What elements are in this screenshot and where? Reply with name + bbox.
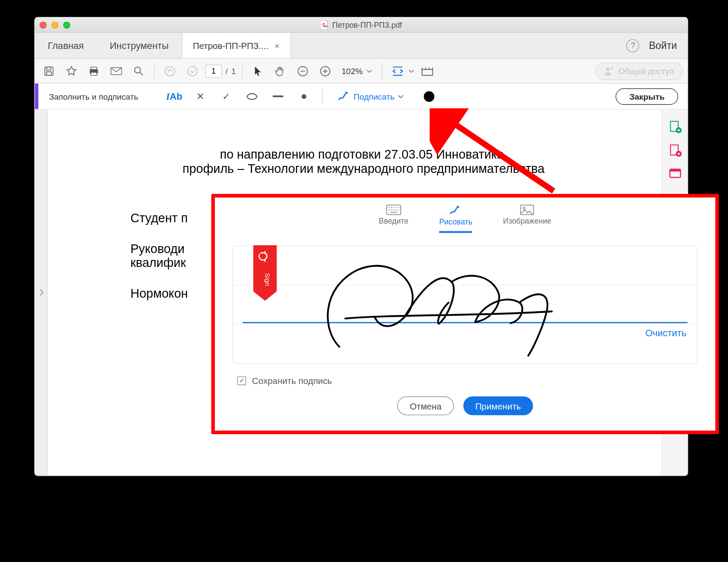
svg-rect-15 <box>273 95 283 97</box>
svg-point-16 <box>302 94 306 99</box>
tab-bar: Главная Инструменты Петров-ПП-РПЗ.... × … <box>35 33 687 59</box>
cancel-button[interactable]: Отмена <box>397 396 454 416</box>
draw-pen-icon <box>448 205 463 216</box>
tab-draw-label: Рисовать <box>439 218 472 226</box>
svg-point-7 <box>135 67 141 73</box>
text-tool[interactable]: IAb <box>164 86 184 106</box>
tab-home[interactable]: Главная <box>35 33 97 58</box>
svg-point-8 <box>165 66 175 76</box>
svg-rect-1 <box>47 67 51 70</box>
sign-button[interactable]: Подписать <box>331 91 410 102</box>
mail-icon[interactable] <box>107 62 126 81</box>
svg-point-13 <box>606 67 610 71</box>
fill-sign-title: Заполнить и подписать <box>49 91 138 101</box>
zoom-value: 102% <box>341 66 363 76</box>
sign-ribbon: Sign <box>253 245 276 302</box>
left-rail[interactable] <box>35 110 48 475</box>
create-pdf-icon[interactable] <box>668 144 681 157</box>
tab-tools[interactable]: Инструменты <box>97 33 182 58</box>
svg-rect-5 <box>91 72 97 75</box>
save-signature-row: ✓ Сохранить подпись <box>225 371 688 396</box>
page-indicator: / 1 <box>205 65 236 78</box>
page-current-input[interactable] <box>205 65 222 78</box>
signature-dialog: Введите Рисовать Изображение Sign Очисти… <box>211 194 688 434</box>
tab-document-label: Петров-ПП-РПЗ.... <box>193 40 269 50</box>
zoom-select[interactable]: 102% <box>338 66 376 76</box>
svg-rect-2 <box>47 71 52 75</box>
keyboard-icon <box>386 205 401 215</box>
chevron-down-icon <box>366 69 372 73</box>
svg-point-9 <box>188 66 197 76</box>
page-up-icon[interactable] <box>160 62 179 81</box>
pdf-file-icon <box>320 20 328 29</box>
svg-rect-12 <box>422 69 432 75</box>
titlebar: Петров-ПП-РПЗ.pdf <box>35 17 687 32</box>
close-window-icon[interactable] <box>39 21 46 28</box>
signature-pen-icon <box>337 91 350 102</box>
dialog-tabs: Введите Рисовать Изображение <box>225 202 688 233</box>
chevron-right-icon <box>39 289 43 296</box>
window-controls <box>39 21 70 28</box>
tab-image-label: Изображение <box>503 216 552 225</box>
apply-button[interactable]: Применить <box>463 396 533 416</box>
share-person-icon <box>604 66 614 76</box>
x-mark-tool[interactable]: ✕ <box>190 86 210 106</box>
oval-tool[interactable] <box>242 86 262 106</box>
export-pdf-icon[interactable] <box>668 120 681 133</box>
svg-rect-22 <box>670 169 680 171</box>
select-tool-icon[interactable] <box>248 62 267 81</box>
minimize-window-icon[interactable] <box>51 21 58 28</box>
window-title-text: Петров-ПП-РПЗ.pdf <box>332 20 402 29</box>
print-icon[interactable] <box>84 62 104 81</box>
line-tool[interactable] <box>268 86 288 106</box>
check-mark-tool[interactable]: ✓ <box>216 86 236 106</box>
zoom-out-icon[interactable] <box>293 62 312 81</box>
signature-canvas[interactable]: Sign Очистить <box>233 246 688 364</box>
window-title: Петров-ПП-РПЗ.pdf <box>320 20 402 29</box>
svg-point-14 <box>247 93 257 99</box>
svg-text:Sign: Sign <box>264 273 271 286</box>
zoom-in-icon[interactable] <box>315 62 335 81</box>
read-mode-icon[interactable] <box>418 62 437 81</box>
hand-tool-icon[interactable] <box>271 62 290 81</box>
chevron-down-icon <box>398 94 404 98</box>
star-icon[interactable] <box>62 62 81 81</box>
close-fillsign-button[interactable]: Закрыть <box>616 88 678 104</box>
sign-label: Подписать <box>354 91 394 101</box>
color-picker[interactable] <box>424 91 435 102</box>
save-icon[interactable] <box>39 62 58 81</box>
dialog-buttons: Отмена Применить <box>225 396 688 416</box>
clear-signature-button[interactable]: Очистить <box>645 328 686 339</box>
save-signature-label: Сохранить подпись <box>252 376 332 386</box>
page-total: 1 <box>231 66 236 76</box>
signature-drawing <box>304 252 611 358</box>
save-signature-checkbox[interactable]: ✓ <box>237 376 246 385</box>
tab-type-label: Введите <box>379 216 408 225</box>
svg-rect-4 <box>91 67 97 69</box>
fit-width-icon[interactable] <box>388 62 407 81</box>
tab-draw-signature[interactable]: Рисовать <box>439 205 472 233</box>
share-label: Общий доступ <box>618 66 674 76</box>
share-button[interactable]: Общий доступ <box>595 62 683 80</box>
fill-sign-toolbar: Заполнить и подписать IAb ✕ ✓ Подписать … <box>35 84 687 110</box>
dot-tool[interactable] <box>294 86 314 106</box>
tab-type-signature[interactable]: Введите <box>379 205 408 233</box>
app-window: Петров-ПП-РПЗ.pdf Главная Инструменты Пе… <box>34 17 688 476</box>
svg-point-25 <box>523 207 525 209</box>
svg-rect-0 <box>45 67 53 75</box>
maximize-window-icon[interactable] <box>63 21 70 28</box>
tab-image-signature[interactable]: Изображение <box>503 205 552 233</box>
page-down-icon[interactable] <box>183 62 202 81</box>
tab-document[interactable]: Петров-ПП-РПЗ.... × <box>182 33 291 58</box>
annotation-arrow <box>430 108 572 197</box>
edit-pdf-icon[interactable] <box>668 167 681 180</box>
chevron-down-icon <box>408 69 414 73</box>
login-button[interactable]: Войти <box>649 39 677 51</box>
tab-close-icon[interactable]: × <box>274 40 280 50</box>
page-sep: / <box>225 66 228 76</box>
main-toolbar: / 1 102% Общий доступ <box>35 59 687 84</box>
help-icon[interactable]: ? <box>627 39 640 52</box>
search-icon[interactable] <box>129 62 148 81</box>
image-icon <box>520 205 534 215</box>
